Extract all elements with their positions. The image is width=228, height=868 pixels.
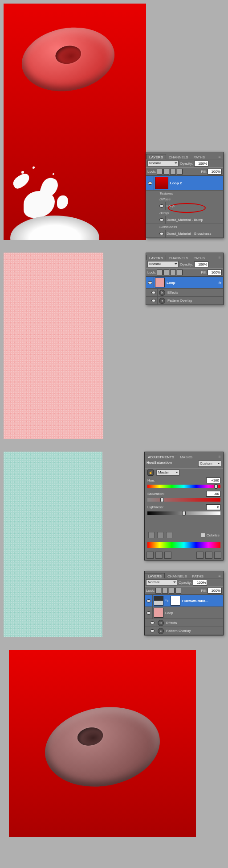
donut-brown-3d — [45, 708, 160, 786]
visibility-eye-icon[interactable] — [151, 299, 156, 302]
panel-menu-icon[interactable]: ≡ — [216, 573, 223, 578]
trash-icon[interactable] — [214, 552, 221, 559]
layer-list: Loop 2 Textures Diffuse Loop Bump Donut_… — [146, 176, 223, 238]
tab-channels[interactable]: CHANNELS — [165, 573, 190, 578]
visibility-eye-icon[interactable] — [159, 218, 164, 221]
adjustments-panel: ADJUSTMENTS MASKS ≡ Hue/Saturation Custo… — [144, 452, 224, 561]
opacity-label: Opacity: — [180, 262, 193, 266]
blend-mode-dropdown[interactable]: Normal — [146, 579, 177, 586]
tab-layers[interactable]: LAYERS — [146, 255, 166, 260]
effects-row[interactable]: fx Effects — [145, 619, 223, 627]
fill-input[interactable]: 100% — [208, 169, 222, 174]
lock-all-icon[interactable] — [177, 169, 183, 174]
eyedropper-add-icon[interactable] — [157, 532, 163, 538]
lock-transparency-icon[interactable] — [155, 588, 161, 594]
colorize-checkbox[interactable] — [201, 533, 205, 537]
blend-mode-dropdown[interactable]: Normal — [147, 261, 179, 267]
channel-dropdown[interactable]: Master — [156, 469, 179, 476]
effects-row[interactable]: fx Effects — [146, 289, 223, 297]
fill-input[interactable]: 100% — [208, 270, 222, 275]
visibility-eye-icon[interactable] — [159, 232, 164, 235]
fx-badge[interactable]: fx — [219, 281, 223, 285]
layer-bump[interactable]: Donut_Material - Bump — [146, 216, 223, 224]
opacity-input[interactable]: 100% — [194, 161, 208, 166]
layer-loop[interactable]: Loop fx — [146, 277, 223, 289]
lock-transparency-icon[interactable] — [157, 169, 163, 174]
layers-panel-step1: LAYERS CHANNELS PATHS ≡ Normal Opacity: … — [146, 152, 224, 238]
group-diffuse[interactable]: Diffuse — [146, 196, 223, 202]
tab-channels[interactable]: CHANNELS — [166, 255, 191, 260]
pattern-overlay-row[interactable]: ● Pattern Overlay — [146, 297, 223, 305]
hand-tool-icon[interactable]: ☝ — [147, 469, 154, 476]
visibility-eye-icon[interactable] — [147, 599, 151, 602]
pattern-overlay-row[interactable]: ● Pattern Overlay — [145, 627, 223, 635]
group-bump[interactable]: Bump — [146, 210, 223, 216]
group-textures[interactable]: Textures — [146, 191, 223, 196]
hue-slider[interactable] — [147, 485, 220, 488]
layer-list: ⇆ Hue/Saturatio... Loop fx Effects ● Pat… — [145, 595, 223, 635]
tab-paths[interactable]: PATHS — [191, 154, 208, 159]
opacity-label: Opacity: — [179, 581, 191, 585]
reset-icon[interactable] — [205, 552, 212, 559]
eyedropper-subtract-icon[interactable] — [166, 532, 172, 538]
panel-menu-icon[interactable]: ≡ — [216, 255, 223, 260]
link-icon[interactable]: ⇆ — [164, 598, 170, 603]
layer-thumbnail[interactable] — [155, 177, 168, 189]
tab-layers[interactable]: LAYERS — [146, 154, 166, 159]
layer-thumbnail[interactable] — [155, 278, 165, 287]
lock-all-icon[interactable] — [175, 588, 181, 594]
hue-input[interactable]: +160 — [206, 478, 220, 483]
return-icon[interactable] — [147, 552, 154, 559]
panel-menu-icon[interactable]: ≡ — [216, 154, 223, 159]
lock-all-icon[interactable] — [177, 270, 183, 275]
layer-loop[interactable]: Loop — [145, 607, 223, 619]
fill-input[interactable]: 100% — [208, 588, 222, 594]
panel-tabs: LAYERS CHANNELS PATHS ≡ — [146, 253, 223, 260]
visibility-eye-icon[interactable] — [150, 629, 155, 632]
lock-paint-icon[interactable] — [163, 169, 169, 174]
lock-paint-icon[interactable] — [162, 588, 168, 594]
opacity-input[interactable]: 100% — [194, 262, 208, 267]
effect-dot-icon: ● — [159, 298, 165, 304]
tab-layers[interactable]: LAYERS — [145, 573, 165, 578]
visibility-eye-icon[interactable] — [148, 281, 152, 284]
tab-adjustments[interactable]: ADJUSTMENTS — [145, 454, 177, 459]
layer-glossiness[interactable]: Donut_Material - Glossiness — [146, 230, 223, 238]
visibility-eye-icon[interactable] — [151, 291, 156, 294]
lightness-slider[interactable] — [147, 511, 220, 515]
lock-transparency-icon[interactable] — [157, 270, 163, 275]
saturation-input[interactable]: -60 — [206, 491, 220, 497]
eyedropper-icon[interactable] — [148, 532, 155, 538]
layer-loop2[interactable]: Loop 2 — [146, 176, 223, 191]
blend-mode-dropdown[interactable]: Normal — [147, 160, 179, 166]
saturation-slider[interactable] — [147, 498, 220, 502]
lock-paint-icon[interactable] — [163, 270, 169, 275]
tab-paths[interactable]: PATHS — [190, 573, 206, 578]
canvas-donut-milk — [4, 4, 146, 240]
panel-menu-icon[interactable]: ≡ — [216, 454, 223, 459]
visibility-eye-icon[interactable] — [147, 611, 151, 615]
opacity-input[interactable]: 100% — [193, 580, 207, 586]
adj-layer-thumbnail[interactable] — [154, 596, 163, 606]
visibility-eye-icon[interactable] — [159, 204, 164, 208]
clip-icon[interactable] — [155, 552, 163, 559]
panel-tabs: LAYERS CHANNELS PATHS ≡ — [146, 152, 223, 159]
lock-position-icon[interactable] — [170, 169, 176, 174]
tab-paths[interactable]: PATHS — [191, 255, 208, 260]
lightness-input[interactable]: 0 — [206, 504, 220, 510]
layer-hue-sat[interactable]: ⇆ Hue/Saturatio... — [145, 595, 223, 607]
lock-position-icon[interactable] — [170, 270, 176, 275]
previous-state-icon[interactable] — [196, 552, 204, 559]
eye-icon[interactable] — [164, 552, 171, 559]
lock-position-icon[interactable] — [169, 588, 175, 594]
layer-loop-diffuse[interactable]: Loop — [146, 202, 223, 210]
preset-dropdown[interactable]: Custom — [198, 461, 221, 467]
visibility-eye-icon[interactable] — [148, 182, 152, 185]
canvas-donut-brown — [9, 650, 196, 837]
layer-thumbnail[interactable] — [154, 608, 163, 618]
visibility-eye-icon[interactable] — [150, 621, 155, 624]
tab-masks[interactable]: MASKS — [177, 454, 195, 459]
mask-thumbnail[interactable] — [171, 596, 180, 606]
group-glossiness[interactable]: Glossiness — [146, 224, 223, 230]
tab-channels[interactable]: CHANNELS — [166, 154, 191, 159]
